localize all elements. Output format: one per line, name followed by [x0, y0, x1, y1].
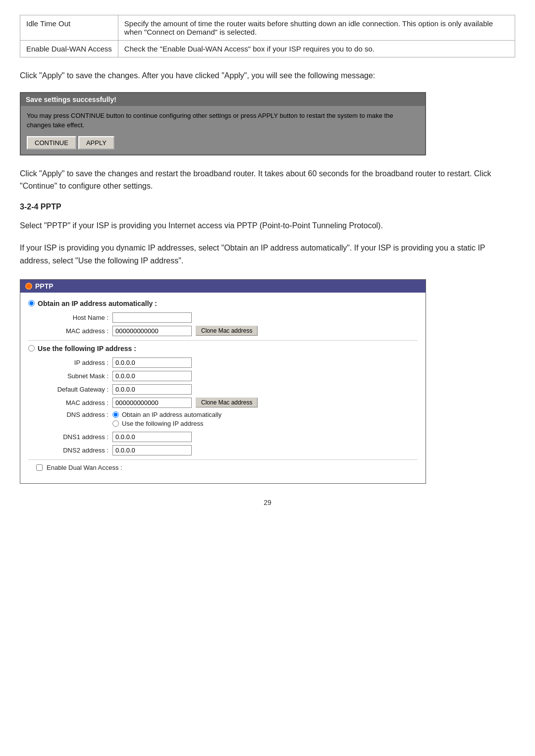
dns-obtain-auto-row: Obtain an IP address automatically	[112, 411, 221, 418]
use-following-radio-row: Use the following IP address :	[28, 345, 418, 353]
enable-dual-wan-label: Enable Dual Wan Access :	[47, 464, 122, 471]
dns-use-following-row: Use the following IP address	[112, 420, 221, 427]
subnet-mask-input[interactable]	[112, 371, 192, 381]
ip-address-label: IP address :	[38, 359, 112, 366]
dns-use-following-radio[interactable]	[112, 420, 119, 427]
pptp-header-label: PPTP	[35, 282, 54, 290]
table-cell-value-idle: Specify the amount of time the router wa…	[118, 15, 515, 41]
obtain-auto-radio[interactable]	[28, 300, 35, 306]
enable-dual-wan-row: Enable Dual Wan Access :	[28, 464, 418, 476]
host-name-row: Host Name :	[28, 312, 418, 323]
apply-button[interactable]: APPLY	[78, 136, 114, 150]
save-settings-body: You may press CONTINUE button to continu…	[21, 106, 425, 154]
mac-address-row-2: MAC address : Clone Mac address	[28, 398, 418, 408]
host-name-input[interactable]	[112, 312, 192, 323]
dns2-input[interactable]	[112, 445, 192, 455]
subnet-mask-row: Subnet Mask :	[28, 371, 418, 381]
body-text-pptp-intro: Select "PPTP" if your ISP is providing y…	[20, 219, 515, 232]
dns1-label: DNS1 address :	[38, 433, 112, 441]
obtain-auto-section: Obtain an IP address automatically : Hos…	[28, 300, 418, 336]
table-row-idle: Idle Time Out Specify the amount of time…	[20, 15, 515, 41]
mac-address-row-1: MAC address : Clone Mac address	[28, 326, 418, 336]
dns1-input[interactable]	[112, 432, 192, 442]
dns1-row: DNS1 address :	[28, 432, 418, 442]
pptp-form-body: Obtain an IP address automatically : Hos…	[20, 293, 426, 483]
save-settings-box: Save settings successfully! You may pres…	[20, 92, 426, 155]
pptp-status-icon	[25, 283, 32, 290]
table-row-dualwan: Enable Dual-WAN Access Check the "Enable…	[20, 41, 515, 57]
body-text-pptp-ip: If your ISP is providing you dynamic IP …	[20, 242, 515, 267]
default-gateway-input[interactable]	[112, 384, 192, 395]
table-cell-label-idle: Idle Time Out	[20, 15, 118, 41]
clone-mac-button-2[interactable]: Clone Mac address	[196, 398, 258, 407]
continue-button[interactable]: CONTINUE	[27, 136, 76, 150]
default-gateway-row: Default Gateway :	[28, 384, 418, 395]
clone-mac-button-1[interactable]: Clone Mac address	[196, 326, 258, 336]
enable-dual-wan-checkbox[interactable]	[36, 464, 43, 471]
dns-address-row: DNS address : Obtain an IP address autom…	[28, 411, 418, 429]
mac-address-input-2[interactable]	[112, 398, 192, 408]
use-following-radio[interactable]	[28, 345, 35, 352]
obtain-auto-radio-row: Obtain an IP address automatically :	[28, 300, 418, 307]
mac-address-input-1[interactable]	[112, 326, 192, 336]
ip-address-input[interactable]	[112, 357, 192, 368]
divider-2	[28, 459, 418, 460]
use-following-label: Use the following IP address :	[38, 345, 136, 353]
mac-address-label-2: MAC address :	[38, 399, 112, 406]
dns-obtain-auto-radio[interactable]	[112, 411, 119, 418]
dns2-row: DNS2 address :	[28, 445, 418, 455]
pptp-form-box: PPTP Obtain an IP address automatically …	[20, 279, 426, 484]
save-settings-buttons: CONTINUE APPLY	[27, 136, 419, 150]
ip-address-row: IP address :	[28, 357, 418, 368]
page-number: 29	[20, 499, 515, 506]
save-settings-header: Save settings successfully!	[21, 93, 425, 106]
table-cell-label-dualwan: Enable Dual-WAN Access	[20, 41, 118, 57]
divider-1	[28, 340, 418, 341]
section-heading-pptp: 3-2-4 PPTP	[20, 202, 515, 211]
host-name-label: Host Name :	[38, 314, 112, 321]
dns-obtain-auto-label: Obtain an IP address automatically	[122, 411, 221, 418]
dns2-label: DNS2 address :	[38, 447, 112, 454]
obtain-auto-label: Obtain an IP address automatically :	[38, 300, 157, 307]
body-text-restart: Click "Apply" to save the changes and re…	[20, 167, 515, 193]
save-settings-message: You may press CONTINUE button to continu…	[27, 112, 393, 129]
dns-use-following-label: Use the following IP address	[122, 420, 204, 427]
table-cell-value-dualwan: Check the "Enable Dual-WAN Access" box i…	[118, 41, 515, 57]
dns-address-label: DNS address :	[38, 411, 112, 418]
mac-address-label-1: MAC address :	[38, 327, 112, 335]
subnet-mask-label: Subnet Mask :	[38, 372, 112, 380]
use-following-section: Use the following IP address : IP addres…	[28, 345, 418, 455]
info-table: Idle Time Out Specify the amount of time…	[20, 15, 515, 57]
dns-options: Obtain an IP address automatically Use t…	[112, 411, 221, 429]
pptp-form-header: PPTP	[20, 280, 426, 293]
body-text-apply: Click "Apply" to save the changes. After…	[20, 69, 515, 82]
default-gateway-label: Default Gateway :	[38, 386, 112, 393]
